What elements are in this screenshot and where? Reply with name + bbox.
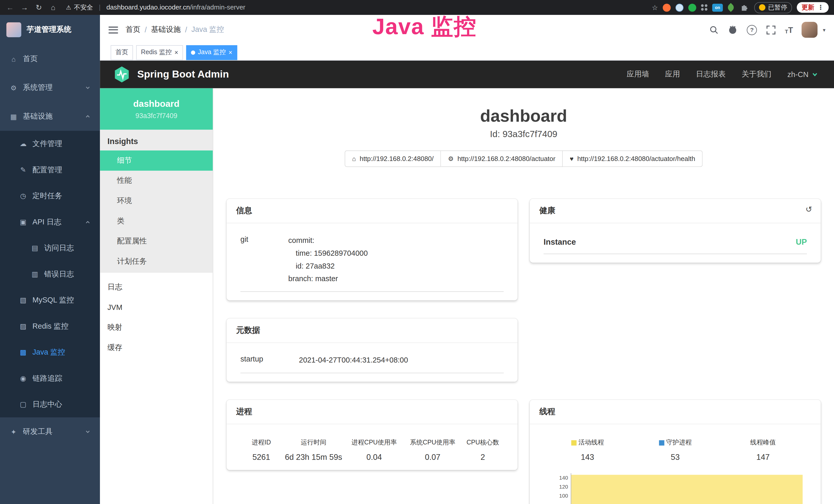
sidebar-item-config[interactable]: ✎ 配置管理 — [0, 157, 100, 183]
fullscreen-icon[interactable] — [766, 24, 776, 35]
fox-extension-icon[interactable] — [663, 3, 671, 11]
insights-section: Insights 细节 性能 环境 类 配置属性 计划任务 — [100, 130, 213, 273]
tab-redis[interactable]: Redis 监控 × — [136, 45, 183, 60]
kebab-menu-icon[interactable]: ⋮ — [817, 4, 824, 11]
stat-cpus: CPU核心数 2 — [462, 438, 504, 461]
address-bar[interactable]: dashboard.yudao.iocoder.cn/infra/admin-s… — [106, 4, 245, 11]
leaf-extension-icon[interactable] — [726, 3, 736, 12]
health-url-button[interactable]: ♥ http://192.168.0.2:48080/actuator/heal… — [563, 151, 702, 167]
breadcrumb-home[interactable]: 首页 — [126, 25, 140, 35]
sidebar-item-label: 访问日志 — [44, 243, 74, 253]
sba-item-mappings[interactable]: 映射 — [100, 317, 213, 338]
search-icon[interactable] — [708, 24, 719, 35]
sba-nav-about[interactable]: 关于我们 — [742, 70, 771, 79]
close-icon[interactable]: × — [228, 49, 233, 56]
app-logo[interactable]: 芋道管理系统 — [0, 15, 100, 45]
sidebar-item-log-center[interactable]: ▢ 日志中心 — [0, 391, 100, 417]
stat-value: 0.07 — [403, 452, 462, 461]
sba-header: Spring Boot Admin 应用墙 应用 日志报表 关于我们 zh-CN — [100, 61, 834, 88]
browser-chrome: ← → ↻ ⌂ ⚠ 不安全 | dashboard.yudao.iocoder.… — [0, 0, 834, 15]
actuator-url-button[interactable]: ⚙ http://192.168.0.2:48080/actuator — [441, 151, 563, 167]
font-size-icon[interactable]: TT — [785, 25, 793, 34]
details-view: dashboard Id: 93a3fc7f7409 ⌂ http://192.… — [213, 88, 834, 504]
forward-icon[interactable]: → — [20, 3, 29, 12]
service-url-button[interactable]: ⌂ http://192.168.0.2:48080/ — [345, 151, 441, 167]
instance-id: 93a3fc7f7409 — [135, 111, 177, 119]
sidebar-item-infra[interactable]: ▦ 基础设施 — [0, 102, 100, 131]
sidebar-item-file[interactable]: ☁ 文件管理 — [0, 131, 100, 157]
sba-nav-applications[interactable]: 应用 — [665, 70, 680, 79]
health-card-body: Instance UP — [530, 223, 821, 263]
sidebar-item-java[interactable]: ▩ Java 监控 — [0, 339, 100, 365]
user-avatar[interactable] — [802, 22, 817, 38]
sidebar-item-system[interactable]: ⚙ 系统管理 — [0, 73, 100, 102]
sba-item-logs[interactable]: 日志 — [100, 277, 213, 297]
on-extension-icon[interactable]: on — [712, 3, 723, 11]
sidebar-item-access-log[interactable]: ▤ 访问日志 — [0, 235, 100, 261]
sba-item-env[interactable]: 环境 — [100, 191, 213, 211]
app-title: 芋道管理系统 — [27, 25, 71, 35]
bookmark-star-icon[interactable]: ☆ — [652, 3, 658, 11]
instance-label: Instance — [544, 237, 576, 246]
sidebar-item-api-log[interactable]: ▣ API 日志 — [0, 209, 100, 235]
security-indicator[interactable]: ⚠ 不安全 — [66, 3, 93, 12]
close-icon[interactable]: × — [174, 49, 178, 56]
chevron-up-icon — [85, 219, 90, 225]
locale-label: zh-CN — [787, 70, 808, 78]
back-icon[interactable]: ← — [5, 3, 15, 12]
github-icon[interactable] — [727, 24, 738, 35]
sba-nav-journal[interactable]: 日志报表 — [696, 70, 726, 79]
y-tick: 100 — [553, 491, 568, 500]
tags-view: 首页 Redis 监控 × Java 监控 × — [100, 45, 834, 61]
refresh-icon[interactable]: ↻ — [34, 3, 44, 12]
update-button[interactable]: 更新 ⋮ — [797, 2, 829, 13]
sba-item-scheduledtasks[interactable]: 计划任务 — [100, 251, 213, 272]
stat-daemon-threads: 守护进程 53 — [631, 438, 719, 461]
caret-down-icon[interactable]: ▾ — [823, 27, 825, 33]
git-value: commit: time: 1596289704000 id: 27aa832 … — [288, 234, 504, 285]
update-label: 更新 — [802, 3, 814, 12]
help-icon[interactable]: ? — [747, 24, 757, 35]
info-card-body: git commit: time: 1596289704000 id: 27aa… — [226, 223, 518, 300]
green-extension-icon[interactable] — [688, 3, 696, 11]
infra-icon: ▦ — [9, 112, 18, 120]
process-card-title: 进程 — [226, 400, 518, 424]
threads-chart: 140 120 100 — [544, 473, 807, 504]
tab-home[interactable]: 首页 — [111, 45, 133, 60]
sba-item-details[interactable]: 细节 — [100, 151, 213, 171]
sba-item-metrics[interactable]: 性能 — [100, 171, 213, 191]
instance-health-row[interactable]: Instance UP — [544, 231, 807, 254]
app: 芋道管理系统 ⌂ 首页 ⚙ 系统管理 ▦ 基础设施 ☁ 文件管理 — [0, 15, 834, 504]
metadata-card-body: startup 2021-04-27T00:44:31.254+08:00 — [226, 343, 518, 382]
sidebar-item-trace[interactable]: ◉ 链路追踪 — [0, 365, 100, 391]
drop-extension-icon[interactable] — [676, 3, 683, 11]
sidebar-item-error-log[interactable]: ▥ 错误日志 — [0, 261, 100, 287]
sba-item-configprops[interactable]: 配置属性 — [100, 231, 213, 252]
sba-brand[interactable]: Spring Boot Admin — [113, 66, 229, 84]
home-icon[interactable]: ⌂ — [48, 3, 58, 12]
instance-header[interactable]: dashboard 93a3fc7f7409 — [100, 88, 213, 130]
hamburger-icon[interactable] — [108, 26, 118, 33]
puzzle-icon[interactable] — [739, 2, 749, 13]
breadcrumb-separator: / — [145, 25, 147, 34]
history-icon[interactable]: ↺ — [806, 205, 812, 214]
grid-extension-icon[interactable] — [701, 4, 707, 11]
tab-java[interactable]: Java 监控 × — [186, 45, 237, 60]
sidebar-item-devtools[interactable]: ✦ 研发工具 — [0, 417, 100, 446]
sidebar-item-job[interactable]: ◷ 定时任务 — [0, 183, 100, 209]
locale-select[interactable]: zh-CN — [787, 70, 818, 78]
chevron-down-icon — [85, 85, 90, 90]
sidebar-item-home[interactable]: ⌂ 首页 — [0, 45, 100, 73]
sba-item-jvm[interactable]: JVM — [100, 297, 213, 318]
git-time-line: time: 1596289704000 — [288, 247, 504, 259]
mysql-icon: ▧ — [19, 296, 27, 304]
sba-nav-wallboard[interactable]: 应用墙 — [627, 70, 649, 79]
sidebar-item-mysql[interactable]: ▧ MySQL 监控 — [0, 287, 100, 313]
sidebar-item-label: Java 监控 — [32, 347, 65, 357]
breadcrumb-infra[interactable]: 基础设施 — [151, 25, 181, 35]
sba-item-classes[interactable]: 类 — [100, 211, 213, 231]
sba-groups: 日志 JVM 映射 缓存 — [100, 273, 213, 358]
paused-badge[interactable]: 已暂停 — [754, 2, 792, 13]
sba-item-caches[interactable]: 缓存 — [100, 338, 213, 358]
sidebar-item-redis[interactable]: ▨ Redis 监控 — [0, 313, 100, 339]
